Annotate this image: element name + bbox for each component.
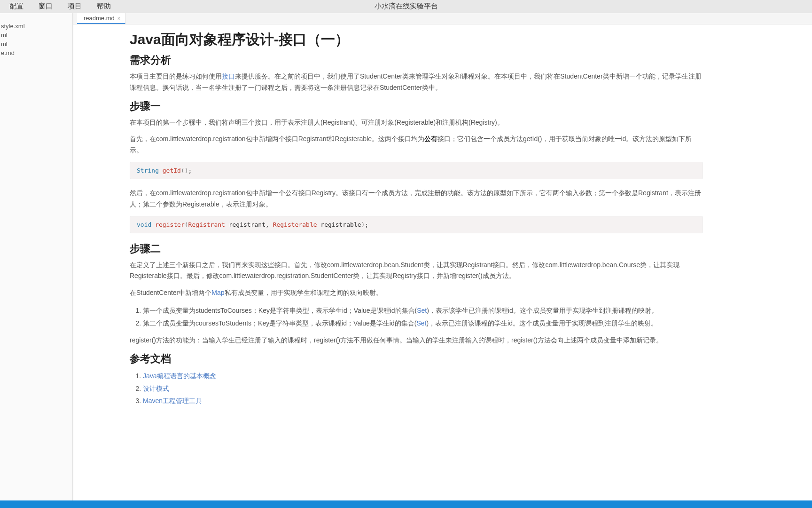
- heading-step2: 步骤二: [130, 242, 703, 256]
- menu-project[interactable]: 项目: [60, 0, 89, 13]
- link-interface[interactable]: 接口: [222, 72, 235, 80]
- page-title: Java面向对象程序设计-接口（一）: [130, 30, 703, 49]
- text-bold: 公有: [424, 135, 437, 143]
- code-token: (: [185, 221, 188, 228]
- text: 在StudentCenter中新增两个: [130, 289, 211, 296]
- menu-config[interactable]: 配置: [2, 0, 31, 13]
- heading-step1: 步骤一: [130, 99, 703, 113]
- code-token: void: [137, 221, 151, 228]
- code-block: String getId();: [130, 162, 703, 179]
- paragraph: 在定义了上述三个新接口之后，我们再来实现这些接口。首先，修改com.little…: [130, 260, 703, 282]
- close-icon[interactable]: ×: [117, 16, 120, 21]
- paragraph: 然后，在com.littlewaterdrop.registration包中新增…: [130, 188, 703, 210]
- code-token: Registerable: [273, 221, 317, 228]
- code-token: getId: [163, 167, 181, 174]
- file-item[interactable]: style.xml: [1, 22, 72, 31]
- code-token: String: [137, 167, 159, 174]
- menubar: 配置 窗口 项目 帮助 小水滴在线实验平台: [0, 0, 812, 13]
- link-set[interactable]: Set: [416, 319, 426, 327]
- text: 第二个成员变量为coursesToStudents；Key是字符串类型，表示课程…: [143, 319, 416, 327]
- text: 私有成员变量，用于实现学生和课程之间的双向映射。: [225, 289, 383, 296]
- text: 本项目主要目的是练习如何使用: [130, 72, 222, 80]
- text: )，表示该学生已注册的课程id。这个成员变量用于实现学生到注册课程的映射。: [427, 307, 658, 314]
- ordered-list: 第一个成员变量为studentsToCourses；Key是字符串类型，表示学生…: [143, 304, 703, 329]
- tabbar: readme.md ×: [73, 13, 812, 24]
- list-item: 第一个成员变量为studentsToCourses；Key是字符串类型，表示学生…: [143, 304, 703, 317]
- link-set[interactable]: Set: [417, 307, 427, 314]
- reference-link[interactable]: Maven工程管理工具: [143, 397, 202, 405]
- code-token: ,: [265, 221, 273, 228]
- code-token: ;: [365, 221, 368, 228]
- text: 第一个成员变量为studentsToCourses；Key是字符串类型，表示学生…: [143, 307, 417, 314]
- main-area: readme.md × Java面向对象程序设计-接口（一） 需求分析 本项目主…: [73, 13, 812, 500]
- reference-link[interactable]: Java编程语言的基本概念: [143, 372, 216, 380]
- list-item: Java编程语言的基本概念: [143, 370, 703, 382]
- tab-label: readme.md: [84, 15, 115, 22]
- file-sidebar: style.xml ml ml e.md: [0, 13, 73, 500]
- paragraph: 首先，在com.littlewaterdrop.registration包中新增…: [130, 134, 703, 156]
- heading-references: 参考文档: [130, 352, 703, 366]
- tab-readme[interactable]: readme.md ×: [77, 13, 125, 24]
- code-token: registrant: [225, 221, 265, 228]
- list-item: 第二个成员变量为coursesToStudents；Key是字符串类型，表示课程…: [143, 317, 703, 330]
- file-item[interactable]: ml: [1, 40, 72, 48]
- list-item: 设计模式: [143, 382, 703, 395]
- layout: style.xml ml ml e.md readme.md × Java面向对…: [0, 13, 812, 500]
- paragraph: 在StudentCenter中新增两个Map私有成员变量，用于实现学生和课程之间…: [130, 287, 703, 299]
- file-item[interactable]: e.md: [1, 48, 72, 57]
- paragraph: 本项目主要目的是练习如何使用接口来提供服务。在之前的项目中，我们使用了Stude…: [130, 71, 703, 94]
- menu-window[interactable]: 窗口: [31, 0, 60, 13]
- status-bar: [0, 500, 812, 508]
- code-token: registrable: [317, 221, 361, 228]
- list-item: Maven工程管理工具: [143, 395, 703, 407]
- code-token: ;: [188, 167, 192, 174]
- reference-link[interactable]: 设计模式: [143, 385, 169, 392]
- app-title: 小水滴在线实验平台: [375, 2, 438, 11]
- document-content: Java面向对象程序设计-接口（一） 需求分析 本项目主要目的是练习如何使用接口…: [73, 24, 722, 422]
- text: )，表示已注册该课程的学生id。这个成员变量用于实现课程到注册学生的映射。: [426, 319, 657, 327]
- link-map[interactable]: Map: [211, 289, 224, 296]
- code-token: register: [155, 221, 185, 228]
- code-token: (: [181, 167, 185, 174]
- heading-requirements: 需求分析: [130, 53, 703, 67]
- paragraph: 在本项目的第一个步骤中，我们将声明三个接口，用于表示注册人(Registrant…: [130, 117, 703, 128]
- reference-list: Java编程语言的基本概念 设计模式 Maven工程管理工具: [143, 370, 703, 407]
- menu-left: 配置 窗口 项目 帮助: [0, 0, 118, 13]
- file-item[interactable]: ml: [1, 31, 72, 40]
- code-block: void register(Registrant registrant, Reg…: [130, 216, 703, 233]
- paragraph: register()方法的功能为：当输入学生已经注册了输入的课程时，regist…: [130, 335, 703, 346]
- code-token: ): [185, 167, 188, 174]
- text: 首先，在com.littlewaterdrop.registration包中新增…: [130, 135, 424, 143]
- menu-help[interactable]: 帮助: [89, 0, 118, 13]
- code-token: Registrant: [188, 221, 225, 228]
